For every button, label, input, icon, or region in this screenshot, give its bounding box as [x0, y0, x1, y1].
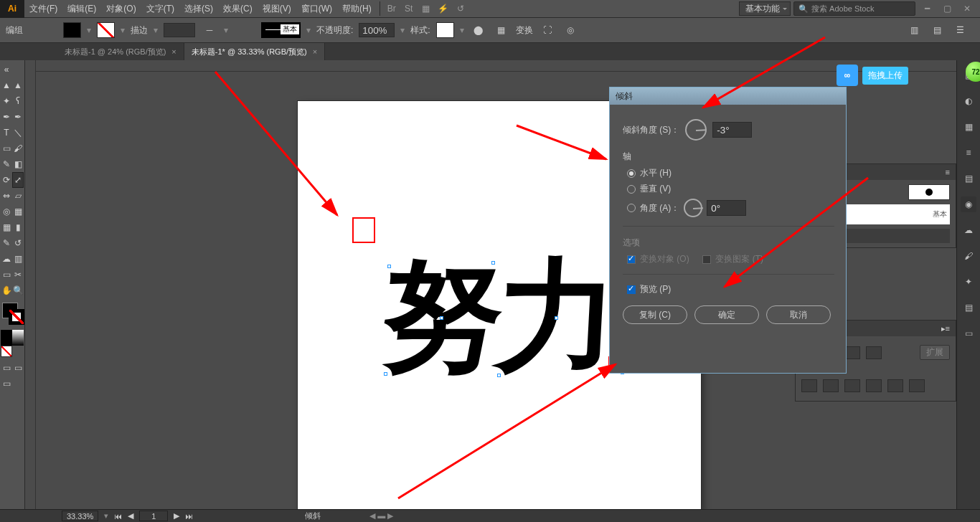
dock-symbols-icon[interactable]: ✦ — [961, 274, 976, 290]
zoom-level[interactable]: 33.33% — [62, 511, 98, 521]
pathfinder-exclude[interactable] — [866, 346, 882, 359]
panel-menu-icon[interactable]: ≡ — [946, 168, 950, 176]
bridge-icon[interactable]: Br — [385, 1, 399, 16]
ok-button[interactable]: 确定 — [694, 305, 759, 324]
menu-edit[interactable]: 编辑(E) — [62, 0, 101, 18]
window-restore-icon[interactable]: ▢ — [940, 1, 954, 16]
graphic-style-swatch[interactable] — [436, 22, 454, 38]
mesh-tool[interactable]: ▦ — [1, 219, 12, 235]
zoom-tool[interactable]: 🔍 — [12, 283, 24, 298]
isolate-icon[interactable]: ◎ — [562, 22, 579, 39]
dialog-title[interactable]: 倾斜 — [610, 87, 846, 105]
status-scroll-icon[interactable]: ◀ ▬ ▶ — [369, 511, 393, 521]
symbol-sprayer-tool[interactable]: ☁ — [1, 251, 12, 267]
direct-selection-tool[interactable]: ▲ — [12, 77, 24, 93]
copy-button[interactable]: 复制 (C) — [623, 305, 687, 324]
nav-last-icon[interactable]: ⏭ — [185, 512, 193, 521]
dock-brushes-icon[interactable]: 🖌 — [961, 248, 976, 264]
align-icon[interactable]: ▦ — [493, 22, 510, 39]
rotate-tool[interactable]: ⟳ — [1, 172, 12, 188]
rectangle-tool[interactable]: ▭ — [1, 141, 12, 156]
shape-builder-tool[interactable]: ◎ — [1, 204, 12, 219]
pathfinder-divide[interactable] — [801, 379, 817, 392]
shaper-tool[interactable]: ✎ — [1, 156, 12, 172]
eyedropper-tool[interactable]: ✎ — [1, 235, 12, 251]
color-mode-gradient[interactable] — [12, 330, 24, 346]
stroke-indicator[interactable] — [9, 309, 24, 325]
line-tool[interactable]: ＼ — [12, 125, 24, 141]
stroke-swatch[interactable] — [97, 22, 115, 38]
lasso-tool[interactable]: ʕ — [12, 93, 24, 109]
menu-view[interactable]: 视图(V) — [258, 0, 296, 18]
nav-next-icon[interactable]: ▶ — [174, 511, 179, 521]
menu-object[interactable]: 对象(O) — [101, 0, 141, 18]
panel-toggle-1-icon[interactable]: ▥ — [905, 22, 923, 39]
stock-icon[interactable]: St — [402, 1, 416, 16]
stroke-profile-icon[interactable]: ─ — [201, 22, 218, 39]
radio-vertical[interactable]: 垂直 (V) — [627, 183, 834, 195]
dock-color-icon[interactable]: ◐ — [961, 93, 976, 109]
free-transform-tool[interactable]: ▱ — [12, 188, 24, 204]
eraser-tool[interactable]: ◧ — [12, 156, 24, 172]
menu-file[interactable]: 文件(F) — [24, 0, 62, 18]
screen-mode-presentation[interactable]: ▭ — [1, 376, 12, 392]
artboard-tool[interactable]: ▭ — [1, 267, 12, 283]
window-min-icon[interactable]: ━ — [920, 1, 934, 16]
menu-select[interactable]: 选择(S) — [179, 0, 218, 18]
stroke-weight-input[interactable] — [164, 23, 195, 37]
slice-tool[interactable]: ✂ — [12, 267, 24, 283]
arrange-docs-icon[interactable]: ▦ — [419, 1, 433, 16]
angle-input[interactable] — [712, 122, 752, 138]
pathfinder-intersect[interactable] — [844, 346, 860, 359]
panel-menu-icon[interactable]: ☰ — [951, 22, 969, 39]
collapse-icon[interactable]: « — [1, 62, 12, 77]
hand-tool[interactable]: ✋ — [1, 283, 12, 298]
width-tool[interactable]: ⇔ — [1, 188, 12, 204]
pen-tool[interactable]: ✒ — [1, 109, 12, 125]
perspective-tool[interactable]: ▦ — [12, 204, 24, 219]
curvature-tool[interactable]: ✒ — [12, 109, 24, 125]
brush-style[interactable]: 基本 — [261, 22, 301, 38]
transform-label[interactable]: 变换 — [516, 24, 533, 37]
pathfinder-crop[interactable] — [866, 379, 882, 392]
cancel-button[interactable]: 取消 — [766, 305, 831, 324]
dock-layers-icon[interactable]: ▤ — [961, 300, 976, 315]
page-number[interactable]: 1 — [139, 511, 168, 521]
upload-hint[interactable]: 拖拽上传 — [862, 67, 908, 85]
recolor-art-icon[interactable]: ⬤ — [470, 22, 487, 39]
radio-angle[interactable]: 角度 (A)： — [627, 199, 834, 217]
pathfinder-merge[interactable] — [844, 379, 860, 392]
dock-gradient-icon[interactable]: ▤ — [961, 171, 976, 186]
sync-icon[interactable]: ↺ — [453, 1, 468, 16]
checkbox-preview[interactable]: 预览 (P) — [627, 283, 834, 295]
radio-horizontal[interactable]: 水平 (H) — [627, 167, 834, 179]
dock-artboards-icon[interactable]: ▭ — [961, 326, 976, 341]
pathfinder-outline[interactable] — [887, 379, 903, 392]
canvas-text[interactable]: 努力 — [379, 255, 615, 376]
blend-tool[interactable]: ↺ — [12, 235, 24, 251]
search-input[interactable]: 🔍 搜索 Adobe Stock — [793, 1, 915, 16]
swatch-dot[interactable] — [908, 184, 950, 200]
gradient-tool[interactable]: ▮ — [12, 219, 24, 235]
graph-tool[interactable]: ▥ — [12, 251, 24, 267]
dock-cc-icon[interactable]: ◉ — [961, 196, 976, 212]
type-tool[interactable]: T — [1, 125, 12, 141]
color-mode-color[interactable] — [1, 330, 12, 346]
close-icon[interactable]: × — [171, 47, 176, 56]
angle-dial[interactable] — [684, 199, 702, 217]
angle2-input[interactable] — [707, 200, 746, 216]
fill-swatch[interactable] — [63, 22, 81, 38]
panel-toggle-2-icon[interactable]: ▤ — [928, 22, 946, 39]
close-icon[interactable]: × — [313, 47, 317, 56]
scale-tool[interactable]: ⤢ — [12, 172, 24, 188]
window-close-icon[interactable]: ✕ — [960, 1, 974, 16]
doc-tab-1[interactable]: 未标题-1 @ 24% (RGB/预览) × — [57, 43, 184, 60]
paintbrush-tool[interactable]: 🖌 — [12, 141, 24, 156]
menu-effect[interactable]: 效果(C) — [218, 0, 258, 18]
workspace-switcher[interactable]: 基本功能 — [739, 1, 791, 16]
pathfinder-trim[interactable] — [823, 379, 839, 392]
dock-swatches-icon[interactable]: ▦ — [961, 119, 976, 135]
panel-menu-icon[interactable]: ▸≡ — [941, 324, 950, 333]
fill-stroke-control[interactable] — [1, 301, 25, 327]
dock-libraries-icon[interactable]: ☁ — [961, 222, 976, 238]
